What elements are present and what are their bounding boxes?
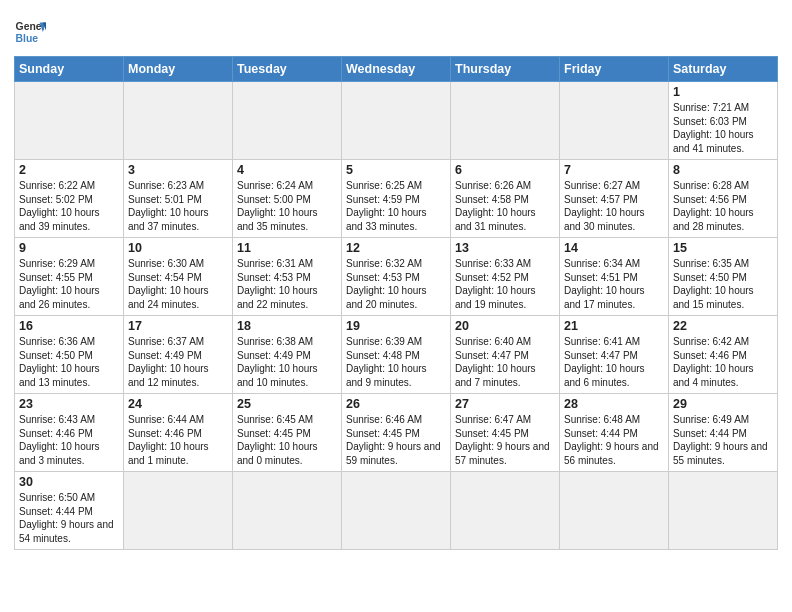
day-info: Sunrise: 6:28 AM Sunset: 4:56 PM Dayligh… [673,179,773,233]
calendar-cell: 26Sunrise: 6:46 AM Sunset: 4:45 PM Dayli… [342,394,451,472]
calendar-cell: 7Sunrise: 6:27 AM Sunset: 4:57 PM Daylig… [560,160,669,238]
day-number: 4 [237,163,337,177]
calendar-cell: 1Sunrise: 7:21 AM Sunset: 6:03 PM Daylig… [669,82,778,160]
calendar-cell [669,472,778,550]
day-number: 25 [237,397,337,411]
day-number: 27 [455,397,555,411]
weekday-header-monday: Monday [124,57,233,82]
day-number: 10 [128,241,228,255]
calendar-cell: 21Sunrise: 6:41 AM Sunset: 4:47 PM Dayli… [560,316,669,394]
day-number: 8 [673,163,773,177]
day-number: 13 [455,241,555,255]
calendar-cell: 12Sunrise: 6:32 AM Sunset: 4:53 PM Dayli… [342,238,451,316]
day-info: Sunrise: 6:42 AM Sunset: 4:46 PM Dayligh… [673,335,773,389]
day-info: Sunrise: 6:23 AM Sunset: 5:01 PM Dayligh… [128,179,228,233]
day-info: Sunrise: 6:47 AM Sunset: 4:45 PM Dayligh… [455,413,555,467]
calendar-week-row: 9Sunrise: 6:29 AM Sunset: 4:55 PM Daylig… [15,238,778,316]
day-number: 30 [19,475,119,489]
calendar-week-row: 30Sunrise: 6:50 AM Sunset: 4:44 PM Dayli… [15,472,778,550]
day-number: 23 [19,397,119,411]
calendar-cell: 6Sunrise: 6:26 AM Sunset: 4:58 PM Daylig… [451,160,560,238]
day-number: 21 [564,319,664,333]
weekday-header-friday: Friday [560,57,669,82]
weekday-header-tuesday: Tuesday [233,57,342,82]
day-info: Sunrise: 6:40 AM Sunset: 4:47 PM Dayligh… [455,335,555,389]
calendar-cell: 28Sunrise: 6:48 AM Sunset: 4:44 PM Dayli… [560,394,669,472]
day-info: Sunrise: 6:50 AM Sunset: 4:44 PM Dayligh… [19,491,119,545]
weekday-header-saturday: Saturday [669,57,778,82]
day-info: Sunrise: 6:32 AM Sunset: 4:53 PM Dayligh… [346,257,446,311]
calendar-cell: 8Sunrise: 6:28 AM Sunset: 4:56 PM Daylig… [669,160,778,238]
calendar-cell: 9Sunrise: 6:29 AM Sunset: 4:55 PM Daylig… [15,238,124,316]
calendar-cell: 15Sunrise: 6:35 AM Sunset: 4:50 PM Dayli… [669,238,778,316]
day-info: Sunrise: 6:37 AM Sunset: 4:49 PM Dayligh… [128,335,228,389]
day-number: 1 [673,85,773,99]
calendar-cell: 24Sunrise: 6:44 AM Sunset: 4:46 PM Dayli… [124,394,233,472]
day-number: 28 [564,397,664,411]
calendar-cell: 4Sunrise: 6:24 AM Sunset: 5:00 PM Daylig… [233,160,342,238]
calendar-cell: 10Sunrise: 6:30 AM Sunset: 4:54 PM Dayli… [124,238,233,316]
weekday-header-thursday: Thursday [451,57,560,82]
header: General Blue [14,10,778,48]
calendar-week-row: 23Sunrise: 6:43 AM Sunset: 4:46 PM Dayli… [15,394,778,472]
weekday-header-row: SundayMondayTuesdayWednesdayThursdayFrid… [15,57,778,82]
day-number: 5 [346,163,446,177]
calendar-cell: 20Sunrise: 6:40 AM Sunset: 4:47 PM Dayli… [451,316,560,394]
calendar-cell: 14Sunrise: 6:34 AM Sunset: 4:51 PM Dayli… [560,238,669,316]
day-info: Sunrise: 6:30 AM Sunset: 4:54 PM Dayligh… [128,257,228,311]
day-number: 29 [673,397,773,411]
day-info: Sunrise: 6:46 AM Sunset: 4:45 PM Dayligh… [346,413,446,467]
calendar-cell: 23Sunrise: 6:43 AM Sunset: 4:46 PM Dayli… [15,394,124,472]
day-info: Sunrise: 6:29 AM Sunset: 4:55 PM Dayligh… [19,257,119,311]
day-info: Sunrise: 6:48 AM Sunset: 4:44 PM Dayligh… [564,413,664,467]
day-info: Sunrise: 6:22 AM Sunset: 5:02 PM Dayligh… [19,179,119,233]
day-info: Sunrise: 6:24 AM Sunset: 5:00 PM Dayligh… [237,179,337,233]
calendar-cell: 16Sunrise: 6:36 AM Sunset: 4:50 PM Dayli… [15,316,124,394]
weekday-header-sunday: Sunday [15,57,124,82]
svg-text:Blue: Blue [16,33,39,44]
calendar-cell: 17Sunrise: 6:37 AM Sunset: 4:49 PM Dayli… [124,316,233,394]
generalblue-logo-icon: General Blue [14,16,46,48]
day-number: 2 [19,163,119,177]
calendar-cell [451,82,560,160]
logo: General Blue [14,16,46,48]
day-info: Sunrise: 6:43 AM Sunset: 4:46 PM Dayligh… [19,413,119,467]
calendar-cell: 22Sunrise: 6:42 AM Sunset: 4:46 PM Dayli… [669,316,778,394]
calendar-week-row: 1Sunrise: 7:21 AM Sunset: 6:03 PM Daylig… [15,82,778,160]
day-info: Sunrise: 6:35 AM Sunset: 4:50 PM Dayligh… [673,257,773,311]
calendar-cell [124,472,233,550]
day-number: 20 [455,319,555,333]
day-number: 19 [346,319,446,333]
calendar-cell: 30Sunrise: 6:50 AM Sunset: 4:44 PM Dayli… [15,472,124,550]
day-number: 16 [19,319,119,333]
day-number: 26 [346,397,446,411]
day-info: Sunrise: 6:27 AM Sunset: 4:57 PM Dayligh… [564,179,664,233]
calendar-cell [342,82,451,160]
day-number: 15 [673,241,773,255]
day-info: Sunrise: 6:41 AM Sunset: 4:47 PM Dayligh… [564,335,664,389]
day-number: 18 [237,319,337,333]
calendar-cell: 13Sunrise: 6:33 AM Sunset: 4:52 PM Dayli… [451,238,560,316]
day-number: 9 [19,241,119,255]
calendar-cell: 2Sunrise: 6:22 AM Sunset: 5:02 PM Daylig… [15,160,124,238]
day-info: Sunrise: 6:36 AM Sunset: 4:50 PM Dayligh… [19,335,119,389]
calendar-cell: 27Sunrise: 6:47 AM Sunset: 4:45 PM Dayli… [451,394,560,472]
weekday-header-wednesday: Wednesday [342,57,451,82]
calendar-cell [233,472,342,550]
day-info: Sunrise: 6:49 AM Sunset: 4:44 PM Dayligh… [673,413,773,467]
day-number: 11 [237,241,337,255]
calendar-week-row: 16Sunrise: 6:36 AM Sunset: 4:50 PM Dayli… [15,316,778,394]
day-info: Sunrise: 6:39 AM Sunset: 4:48 PM Dayligh… [346,335,446,389]
calendar-cell: 5Sunrise: 6:25 AM Sunset: 4:59 PM Daylig… [342,160,451,238]
calendar-cell [560,472,669,550]
calendar-cell [560,82,669,160]
calendar-cell [124,82,233,160]
day-number: 24 [128,397,228,411]
calendar-cell [451,472,560,550]
calendar-cell: 25Sunrise: 6:45 AM Sunset: 4:45 PM Dayli… [233,394,342,472]
calendar-cell: 3Sunrise: 6:23 AM Sunset: 5:01 PM Daylig… [124,160,233,238]
day-number: 7 [564,163,664,177]
day-number: 6 [455,163,555,177]
calendar-table: SundayMondayTuesdayWednesdayThursdayFrid… [14,56,778,550]
calendar-week-row: 2Sunrise: 6:22 AM Sunset: 5:02 PM Daylig… [15,160,778,238]
